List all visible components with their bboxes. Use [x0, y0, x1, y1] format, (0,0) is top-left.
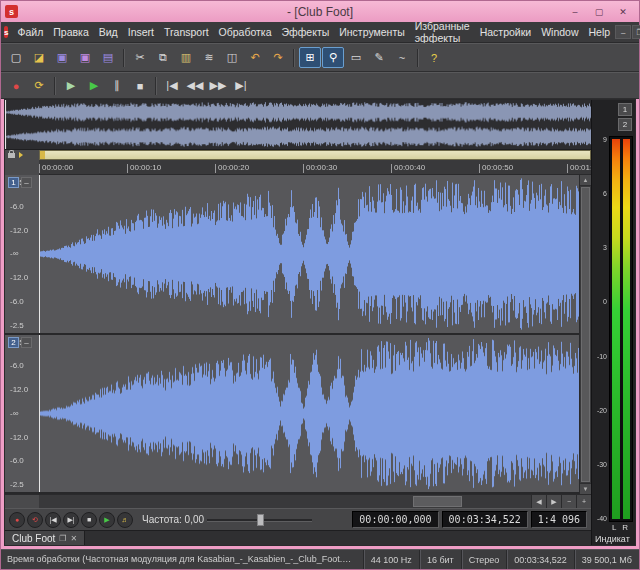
new-file-button[interactable]: ▢ [5, 47, 27, 68]
record-button[interactable]: ● [5, 75, 27, 96]
status-cell-4[interactable]: 39 500,1 Мб [574, 550, 639, 569]
loop-bar-row [5, 150, 591, 160]
meter-tab-2[interactable]: 2 [618, 118, 632, 131]
pencil-tool-button[interactable]: ✎ [368, 47, 390, 68]
play-button[interactable]: ▶ [99, 512, 115, 528]
meter-tab-1[interactable]: 1 [618, 103, 632, 116]
loop-playback-button[interactable]: ⟳ [28, 75, 50, 96]
menu-item-7[interactable]: Инструменты [334, 22, 409, 42]
status-cell-2[interactable]: Стерео [461, 550, 507, 569]
channels-area: -2.5-6.0-12.0-∞-12.0-6.0-2.5 1 – -2.5-6.… [5, 175, 591, 494]
menu-item-5[interactable]: Обработка [214, 22, 277, 42]
lock-icon[interactable] [8, 153, 15, 158]
waveform-canvas-2[interactable] [39, 335, 579, 493]
titlebar[interactable]: s - [Club Foot] – ▢ ✕ [1, 1, 639, 22]
maximize-button[interactable]: ▢ [587, 4, 611, 19]
hscroll-track[interactable] [39, 495, 531, 508]
zoom-in-button[interactable]: + [576, 495, 591, 508]
scroll-up-icon[interactable]: ▲ [580, 175, 591, 186]
time-ruler[interactable]: 00:00:0000:00:1000:00:2000:00:3000:00:40… [39, 160, 591, 175]
play-button[interactable]: ▶ [83, 75, 105, 96]
status-cell-0[interactable]: 44 100 Hz [363, 550, 419, 569]
menu-item-11[interactable]: Help [584, 22, 616, 42]
menu-item-1[interactable]: Правка [48, 22, 93, 42]
edit-tool-button[interactable]: ⊞ [299, 47, 321, 68]
waveform-canvas-1[interactable] [39, 175, 579, 333]
close-button[interactable]: ✕ [611, 4, 635, 19]
go-to-end-button[interactable]: ▶| [63, 512, 79, 528]
status-cell-3[interactable]: 00:03:34,522 [506, 550, 574, 569]
frequency-slider-thumb[interactable] [257, 514, 264, 526]
mix-button[interactable]: ≋ [198, 47, 220, 68]
mdi-minimize-button[interactable]: – [615, 25, 631, 39]
menu-item-2[interactable]: Вид [94, 22, 123, 42]
menu-item-8[interactable]: Избранные эффекты [410, 22, 475, 42]
loop-start-marker[interactable] [40, 151, 45, 159]
document-tab[interactable]: Club Foot ❐ ✕ [5, 531, 85, 545]
overview-strip[interactable] [5, 100, 591, 150]
go-to-start-button[interactable]: |◀ [161, 75, 183, 96]
go-to-start-button[interactable]: |◀ [45, 512, 61, 528]
channel-1-waveform[interactable]: -2.5-6.0-12.0-∞-12.0-6.0-2.5 1 – [5, 175, 579, 335]
close-tab-icon[interactable]: ✕ [71, 534, 78, 543]
menu-item-3[interactable]: Insert [123, 22, 159, 42]
copy-button[interactable]: ⧉ [152, 47, 174, 68]
horizontal-scroll-thumb[interactable] [413, 496, 462, 507]
render-as-button[interactable]: ▤ [97, 47, 119, 68]
redo-button[interactable]: ↷ [267, 47, 289, 68]
menu-item-9[interactable]: Настройки [475, 22, 537, 42]
position-display[interactable]: 00:00:00,000 [352, 511, 438, 528]
channel-2-button[interactable]: 2 [8, 337, 19, 348]
loop-region-bar[interactable] [39, 150, 591, 160]
go-to-end-button[interactable]: ▶| [230, 75, 252, 96]
rewind-button[interactable]: ◀◀ [184, 75, 206, 96]
float-window-icon[interactable]: ❐ [59, 534, 66, 543]
scroll-right-icon[interactable]: ▶ [546, 495, 561, 508]
frequency-slider[interactable] [207, 514, 312, 526]
length-display[interactable]: 00:03:34,522 [442, 511, 528, 528]
mdi-restore-button[interactable]: ❐ [632, 25, 640, 39]
toolbar-separator [123, 49, 125, 67]
horizontal-scrollbar[interactable]: ◀ ▶ − + [5, 494, 591, 508]
minimize-button[interactable]: – [563, 4, 587, 19]
zoom-out-button[interactable]: − [561, 495, 576, 508]
channel-1-button[interactable]: 1 [8, 177, 19, 188]
stop-button[interactable]: ■ [129, 75, 151, 96]
stop-button[interactable]: ■ [81, 512, 97, 528]
play-all-button[interactable]: ▶ [60, 75, 82, 96]
event-tool-button[interactable]: ▭ [345, 47, 367, 68]
save-as-button[interactable]: ▣ [74, 47, 96, 68]
channel-2-waveform[interactable]: -2.5-6.0-12.0-∞-12.0-6.0-2.5 2 – [5, 335, 579, 495]
undo-button[interactable]: ↶ [244, 47, 266, 68]
menu-item-10[interactable]: Window [536, 22, 583, 42]
vertical-scrollbar[interactable]: ▲ ▼ [579, 175, 591, 494]
paste-button[interactable]: ▥ [175, 47, 197, 68]
overview-waveform-canvas[interactable] [5, 100, 591, 149]
level-meters[interactable] [609, 136, 633, 522]
document-icon[interactable]: s [4, 26, 8, 38]
zoom-ratio-display[interactable]: 1:4 096 [531, 511, 587, 528]
marker-icon[interactable] [19, 152, 23, 158]
menu-item-4[interactable]: Transport [159, 22, 214, 42]
channel-2-minimize-button[interactable]: – [21, 337, 32, 348]
pause-button[interactable]: ∥ [106, 75, 128, 96]
scroll-down-icon[interactable]: ▼ [580, 483, 591, 494]
window-controls: – ▢ ✕ [563, 4, 635, 19]
scroll-left-icon[interactable]: ◀ [531, 495, 546, 508]
open-file-button[interactable]: ◪ [28, 47, 50, 68]
cut-button[interactable]: ✂ [129, 47, 151, 68]
record-button[interactable]: ● [9, 512, 25, 528]
status-cell-1[interactable]: 16 бит [419, 550, 461, 569]
trim-button[interactable]: ◫ [221, 47, 243, 68]
save-button[interactable]: ▣ [51, 47, 73, 68]
menu-item-6[interactable]: Эффекты [277, 22, 335, 42]
loop-record-button[interactable]: ⟲ [27, 512, 43, 528]
envelope-tool-button[interactable]: ~ [391, 47, 413, 68]
scrub-button[interactable]: ♬ [117, 512, 133, 528]
menu-item-0[interactable]: Файл [12, 22, 48, 42]
magnify-tool-button[interactable]: ⚲ [322, 47, 344, 68]
whats-this-button[interactable]: ? [423, 47, 445, 68]
channel-1-minimize-button[interactable]: – [21, 177, 32, 188]
vertical-scroll-thumb[interactable] [581, 187, 590, 482]
forward-button[interactable]: ▶▶ [207, 75, 229, 96]
